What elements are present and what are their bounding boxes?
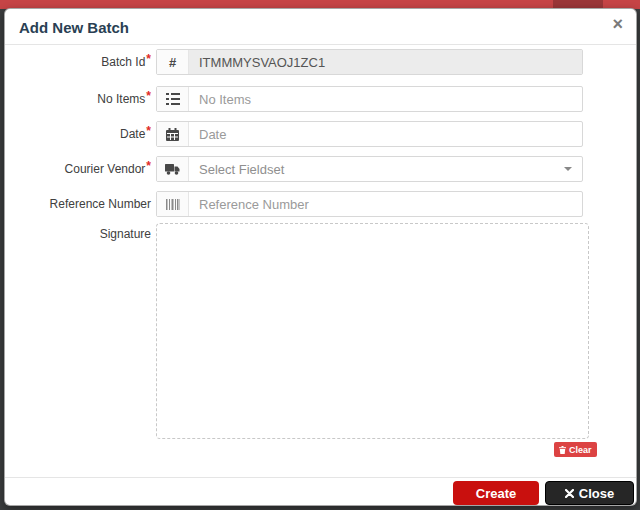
batch-id-input[interactable] bbox=[189, 50, 582, 74]
date-input-group bbox=[156, 121, 583, 147]
reference-number-input-group bbox=[156, 191, 583, 217]
no-items-row: No Items* bbox=[5, 86, 636, 112]
modal-title: Add New Batch bbox=[19, 19, 129, 36]
close-x-icon bbox=[565, 489, 574, 498]
batch-id-row: Batch Id* # bbox=[5, 49, 636, 75]
courier-vendor-select[interactable]: Select Fieldset bbox=[189, 157, 582, 181]
reference-number-input[interactable] bbox=[189, 192, 582, 216]
signature-clear-button[interactable]: Clear bbox=[554, 442, 597, 457]
close-icon[interactable]: × bbox=[612, 15, 623, 33]
no-items-input[interactable] bbox=[189, 87, 582, 111]
batch-id-label: Batch Id* bbox=[5, 55, 151, 69]
reference-number-label: Reference Number bbox=[5, 197, 151, 211]
batch-id-input-group: # bbox=[156, 49, 583, 75]
required-asterisk: * bbox=[146, 159, 151, 173]
truck-icon bbox=[157, 157, 189, 181]
date-row: Date* bbox=[5, 121, 636, 147]
footer-divider bbox=[5, 477, 636, 478]
courier-vendor-input-group: Select Fieldset bbox=[156, 156, 583, 182]
date-label: Date* bbox=[5, 127, 151, 141]
list-icon bbox=[157, 87, 189, 111]
add-new-batch-modal: Add New Batch × Batch Id* # No Items* Da… bbox=[4, 8, 637, 506]
chevron-down-icon bbox=[564, 167, 572, 171]
no-items-label: No Items* bbox=[5, 92, 151, 106]
reference-number-row: Reference Number bbox=[5, 191, 636, 217]
calendar-icon bbox=[157, 122, 189, 146]
required-asterisk: * bbox=[146, 124, 151, 138]
no-items-input-group bbox=[156, 86, 583, 112]
close-button[interactable]: Close bbox=[545, 481, 634, 505]
courier-vendor-label: Courier Vendor* bbox=[5, 162, 151, 176]
create-button[interactable]: Create bbox=[453, 481, 539, 505]
signature-label: Signature bbox=[5, 227, 151, 241]
required-asterisk: * bbox=[146, 89, 151, 103]
courier-vendor-selected-value: Select Fieldset bbox=[189, 162, 564, 177]
hashtag-icon: # bbox=[157, 50, 189, 74]
modal-header: Add New Batch × bbox=[5, 9, 636, 45]
required-asterisk: * bbox=[146, 52, 151, 66]
signature-canvas[interactable] bbox=[156, 223, 589, 439]
barcode-icon bbox=[157, 192, 189, 216]
courier-vendor-row: Courier Vendor* Select Fieldset bbox=[5, 156, 636, 182]
trash-icon bbox=[559, 446, 566, 454]
date-input[interactable] bbox=[189, 122, 582, 146]
